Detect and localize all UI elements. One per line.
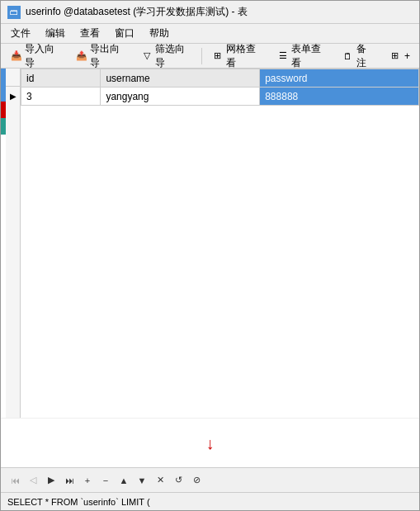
nav-refresh-button[interactable]: ↺ <box>171 473 186 488</box>
main-content: ▶ id username password 3 yangyang 888888 <box>1 69 419 418</box>
add-icon: ⊞ <box>389 50 402 63</box>
table-row: 3 yangyang 888888 <box>21 88 419 106</box>
add-button[interactable]: ⊞ + <box>383 46 416 66</box>
window-title: userinfo @databasetest (学习开发数据库测试) - 表 <box>26 5 248 19</box>
grid-view-button[interactable]: ⊞ 网格查看 <box>205 46 269 66</box>
arrow-area: ↓ <box>1 418 419 467</box>
menu-help[interactable]: 帮助 <box>143 25 176 42</box>
nav-bar: ⏮ ◁ ▶ ⏭ + − ▲ ▼ ✕ ↺ ⊘ <box>1 467 419 492</box>
export-icon: 📤 <box>75 50 87 63</box>
col-header-password[interactable]: password <box>260 69 419 88</box>
backup-icon: 🗒 <box>342 50 354 63</box>
import-label: 导入向导 <box>25 42 62 70</box>
toolbar-divider-1 <box>201 48 202 64</box>
cell-id[interactable]: 3 <box>21 88 101 106</box>
main-window: 🗃 userinfo @databasetest (学习开发数据库测试) - 表… <box>0 0 420 511</box>
cell-username[interactable]: yangyang <box>101 88 260 106</box>
backup-button[interactable]: 🗒 备注 <box>336 46 381 66</box>
window-icon: 🗃 <box>7 6 21 19</box>
row-arrow-1: ▶ <box>6 87 21 105</box>
filter-icon: ▽ <box>140 50 153 63</box>
import-wizard-button[interactable]: 📥 导入向导 <box>4 46 68 66</box>
cell-password[interactable]: 888888 <box>260 88 419 106</box>
sql-status: SELECT * FROM `userinfo` LIMIT ( <box>7 497 150 507</box>
import-icon: 📥 <box>10 50 22 63</box>
nav-clear-button[interactable]: ⊘ <box>189 473 204 488</box>
nav-add-row-button[interactable]: + <box>80 473 95 488</box>
col-header-id[interactable]: id <box>21 69 101 88</box>
nav-first-button[interactable]: ⏮ <box>7 473 22 488</box>
nav-next-button[interactable]: ▶ <box>44 473 59 488</box>
grid-view-label: 网格查看 <box>226 42 263 70</box>
status-bar: SELECT * FROM `userinfo` LIMIT ( <box>1 492 419 510</box>
menu-view[interactable]: 查看 <box>73 25 106 42</box>
down-arrow-icon: ↓ <box>206 435 215 452</box>
export-label: 导出向导 <box>90 42 127 70</box>
grid-icon: ⊞ <box>211 50 224 63</box>
title-bar: 🗃 userinfo @databasetest (学习开发数据库测试) - 表 <box>1 1 419 24</box>
form-view-label: 表单查看 <box>291 42 328 70</box>
table-area[interactable]: id username password 3 yangyang 888888 <box>21 69 419 418</box>
row-indicator: ▶ <box>6 69 21 418</box>
backup-label: 备注 <box>356 42 375 70</box>
menu-file[interactable]: 文件 <box>4 25 37 42</box>
filter-wizard-button[interactable]: ▽ 筛选向导 <box>134 46 198 66</box>
nav-last-button[interactable]: ⏭ <box>62 473 77 488</box>
filter-label: 筛选向导 <box>155 42 192 70</box>
nav-delete-row-button[interactable]: − <box>98 473 113 488</box>
col-header-username[interactable]: username <box>101 69 260 88</box>
nav-prev-button[interactable]: ◁ <box>26 473 40 488</box>
menu-bar: 文件 编辑 查看 窗口 帮助 <box>1 24 419 44</box>
nav-move-down-button[interactable]: ▼ <box>134 473 149 488</box>
nav-move-up-button[interactable]: ▲ <box>116 473 131 488</box>
toolbar: 📥 导入向导 📤 导出向导 ▽ 筛选向导 ⊞ 网格查看 ☰ 表单查看 🗒 备注 … <box>1 44 419 69</box>
nav-cancel-button[interactable]: ✕ <box>153 473 168 488</box>
data-table: id username password 3 yangyang 888888 <box>21 69 419 106</box>
form-view-button[interactable]: ☰ 表单查看 <box>271 46 334 66</box>
export-wizard-button[interactable]: 📤 导出向导 <box>69 46 133 66</box>
add-label: + <box>404 50 410 62</box>
menu-window[interactable]: 窗口 <box>108 25 141 42</box>
form-icon: ☰ <box>276 50 289 63</box>
menu-edit[interactable]: 编辑 <box>39 25 72 42</box>
